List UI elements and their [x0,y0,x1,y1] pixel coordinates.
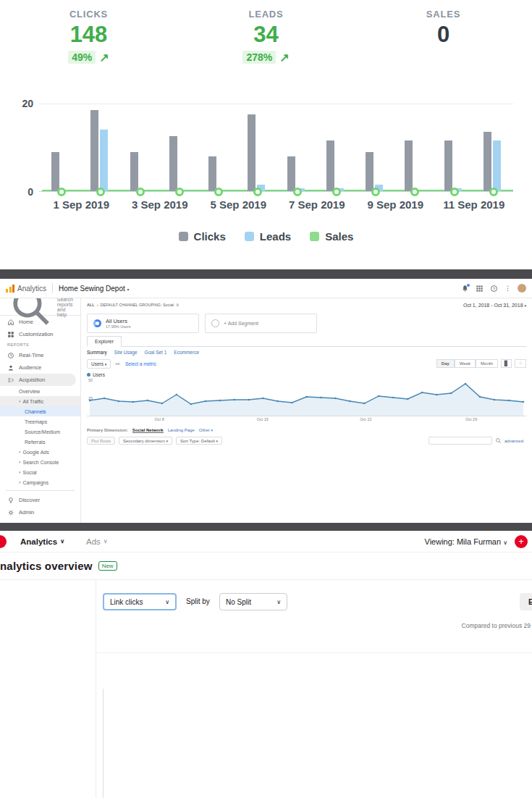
sidebar-item-treemaps[interactable]: Treemaps [0,416,80,427]
help-icon[interactable]: ? [490,285,498,293]
dimension-landing-page[interactable]: Landing Page [168,428,195,432]
sidebar-item-search-console[interactable]: ▾Search Console [0,457,80,467]
dimension-other[interactable]: Other ▾ [199,428,213,432]
add-segment-button[interactable]: + Add Segment [205,314,317,333]
divider [52,283,53,293]
sidebar-item-discover[interactable]: Discover [0,494,80,506]
close-icon[interactable]: ⊗ [176,303,180,307]
plot-rows-button[interactable]: Plot Rows [87,437,115,445]
chevron-down-icon: ▾ [19,460,21,464]
trend-arrow-icon: ↗ [99,51,109,64]
clicks-bar[interactable] [248,114,256,191]
split-select[interactable]: No Split∨ [219,593,287,610]
report-link-ecommerce[interactable]: Ecommerce [174,350,199,355]
nav-analytics[interactable]: Analytics∨ [20,537,64,546]
sidebar-item-label: Channels [25,409,46,414]
compare-icon[interactable]: ⁘ [515,359,526,368]
kpi-leads: LEADS34278%↗ [177,9,355,64]
segment-all-users[interactable]: All Users17.99% Users [87,314,199,333]
leads-bar[interactable] [493,140,501,191]
export-button[interactable]: Exp [520,593,532,610]
clicks-bar[interactable] [90,110,98,191]
sales-point[interactable] [450,188,459,196]
sales-point[interactable] [96,188,105,196]
ga-search[interactable]: Search reports and help [0,298,80,316]
search-icon[interactable] [495,437,502,444]
bar-group [160,104,199,192]
notifications-bell-icon[interactable] [461,285,469,293]
sales-point[interactable] [293,188,302,196]
sales-point[interactable] [136,188,145,196]
sidebar-item-source-medium[interactable]: Source/Medium [0,427,80,437]
secondary-dimension-button[interactable]: Secondary dimension ▾ [119,437,172,445]
dimension-social-network[interactable]: Social Network [132,428,164,433]
sales-point[interactable] [410,188,419,196]
granularity-day[interactable]: Day [436,359,455,368]
bar-group [42,104,81,192]
acquisition-icon [7,377,14,384]
sales-point[interactable] [57,188,66,196]
sales-point[interactable] [371,188,380,196]
report-link-goal-set-1[interactable]: Goal Set 1 [145,350,167,355]
create-plus-button[interactable]: + [515,535,528,548]
clicks-bar[interactable] [169,136,177,191]
sidebar-item-acquisition[interactable]: Acquisition [0,374,76,386]
sort-type-button[interactable]: Sort Type: Default ▾ [176,437,222,445]
bar-group [81,104,120,192]
clicks-bar[interactable] [405,140,413,191]
sales-point[interactable] [489,188,498,196]
sidebar-item-admin[interactable]: Admin [0,506,80,518]
tab-explorer[interactable]: Explorer [87,336,122,347]
kpi-dashboard-section: CLICKS14849%↗LEADS34278%↗SALES0 20 0 1 S… [0,0,532,269]
metric-dropdown[interactable]: Users ▾ [87,359,111,369]
clicks-bar[interactable] [366,152,373,191]
sidebar-item-google-ads[interactable]: ▾Google Ads [0,447,80,457]
leads-bar[interactable] [100,130,108,191]
granularity-week[interactable]: Week [455,359,476,368]
clicks-bar[interactable] [444,140,452,191]
legend-item-leads[interactable]: Leads [245,230,291,243]
sales-point[interactable] [175,188,184,196]
ga-main: ALL › DEFAULT CHANNEL GROUPING: Social ⊗… [81,298,532,523]
sidebar-item-referrals[interactable]: Referrals [0,437,80,447]
date-range-selector[interactable]: Oct 1, 2018 - Oct 31, 2018 ▾ [463,303,526,308]
sidebar-item-channels[interactable]: Channels [0,406,80,416]
metric-select[interactable]: Link clicks∨ [103,593,177,610]
more-menu-icon[interactable]: ⋮ [504,285,511,292]
clicks-bar[interactable] [484,132,491,191]
legend-item-sales[interactable]: Sales [310,230,353,243]
table-search-input[interactable] [428,437,492,445]
report-link-summary[interactable]: Summary [87,350,107,355]
chevron-down-icon: ▾ [19,470,21,474]
pinterest-logo-icon[interactable] [0,535,7,548]
sidebar-item-real-time[interactable]: Real-Time [0,349,80,361]
sidebar-item-campaigns[interactable]: ▾Campaigns [0,477,80,487]
granularity-month[interactable]: Month [476,359,498,368]
clicks-bar[interactable] [130,152,138,191]
apps-grid-icon[interactable] [476,285,484,293]
breadcrumb-all[interactable]: ALL [87,303,95,307]
avatar[interactable] [518,284,526,293]
sidebar-item-social[interactable]: ▾Social [0,467,80,477]
advanced-search-link[interactable]: advanced [504,439,523,443]
sidebar-item-overview[interactable]: Overview [0,386,80,396]
legend-label: Sales [325,230,353,243]
ga-account-selector[interactable]: Home Sewing Depot ▾ [59,285,130,293]
clicks-bar[interactable] [287,156,295,191]
viewing-selector[interactable]: Viewing: Mila Furman ∨ [425,537,507,546]
report-link-site-usage[interactable]: Site Usage [114,350,138,355]
clicks-bar[interactable] [208,156,216,191]
ga-x-tick-label: Oct 22 [360,417,371,421]
chart-type-icon[interactable]: ▊ [501,359,512,368]
select-metric-link[interactable]: Select a metric [125,361,156,366]
clicks-bar[interactable] [51,152,59,191]
sidebar-item-audience[interactable]: Audience [0,361,80,374]
report-links: SummarySite UsageGoal Set 1Ecommerce [87,347,526,356]
clicks-bar[interactable] [326,140,334,191]
sales-point[interactable] [332,188,341,196]
legend-item-clicks[interactable]: Clicks [179,230,226,243]
sales-point[interactable] [253,188,262,196]
sidebar-item-all-traffic[interactable]: ▾All Traffic [0,396,80,406]
sales-point[interactable] [214,188,223,196]
nav-ads[interactable]: Ads∨ [86,537,108,546]
